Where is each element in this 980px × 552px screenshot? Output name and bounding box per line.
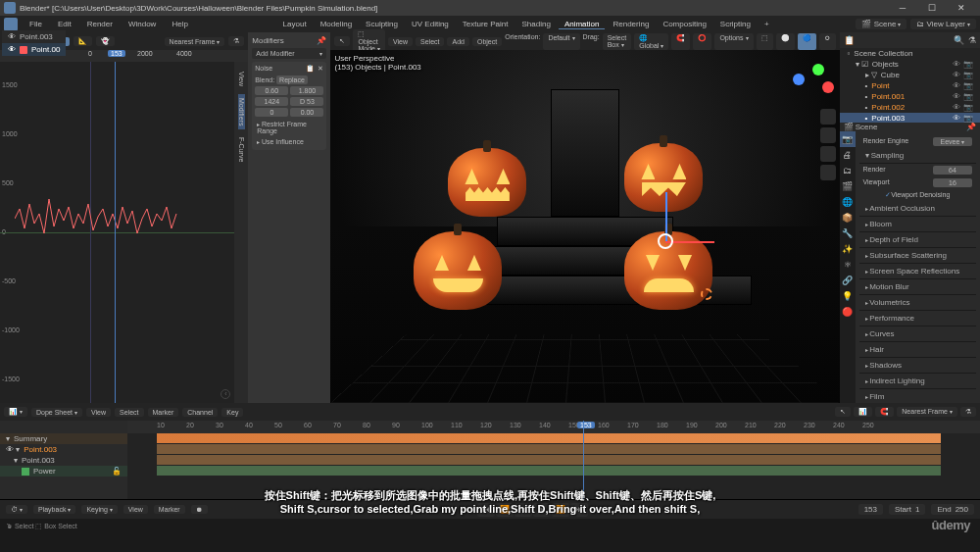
- restrict-frame-range[interactable]: Restrict Frame Range: [255, 119, 323, 136]
- nav-y-icon[interactable]: [812, 64, 824, 75]
- denoise-check[interactable]: Viewport Denoising: [859, 189, 976, 201]
- ws-modeling[interactable]: Modeling: [315, 20, 358, 29]
- play-reverse-button[interactable]: ◀: [514, 503, 532, 517]
- tab-view[interactable]: View: [238, 68, 245, 90]
- dope-menu-select[interactable]: Select: [115, 408, 143, 417]
- nav-x-icon[interactable]: [822, 81, 834, 93]
- snap-icon[interactable]: 🧲: [671, 33, 690, 50]
- engine-dropdown[interactable]: Eevee: [933, 137, 972, 146]
- point003-channel[interactable]: 👁 ▾ Point.003: [0, 444, 127, 455]
- vp-menu-select[interactable]: Select: [416, 37, 444, 46]
- nav-z-icon[interactable]: [793, 74, 805, 85]
- space-dropdown[interactable]: 🌐 Global: [634, 33, 668, 50]
- eye-icon[interactable]: 👁: [953, 114, 961, 123]
- sec-sss[interactable]: Subsurface Scattering: [859, 248, 976, 264]
- scene-tab-icon[interactable]: 🎬: [840, 178, 856, 194]
- dope-filter-icon[interactable]: ⚗: [960, 407, 976, 417]
- eye-icon[interactable]: 👁: [953, 60, 961, 69]
- render-icon[interactable]: 📷: [963, 81, 972, 90]
- constraint-tab-icon[interactable]: 🔗: [840, 273, 856, 288]
- sec-curves[interactable]: Curves: [859, 326, 976, 342]
- shading-solid-icon[interactable]: ⚪: [776, 33, 795, 50]
- sec-hair[interactable]: Hair: [859, 342, 976, 358]
- ws-texture[interactable]: Texture Paint: [457, 20, 514, 29]
- filter-icon[interactable]: ⚗: [968, 35, 976, 45]
- eye-icon[interactable]: 👁: [953, 103, 961, 112]
- graph-shapekey-icon[interactable]: 📐: [74, 36, 92, 46]
- mod-val-d[interactable]: D 53: [290, 97, 323, 106]
- use-influence[interactable]: Use Influence: [255, 136, 323, 147]
- tab-modifiers[interactable]: Modifiers: [238, 94, 245, 129]
- summary-channel[interactable]: ▾ Summary: [0, 433, 127, 444]
- menu-edit[interactable]: Edit: [50, 20, 79, 28]
- shading-material-icon[interactable]: 🔵: [798, 33, 816, 50]
- render-samples-field[interactable]: 64: [933, 166, 972, 175]
- sec-indirect[interactable]: Indirect Lighting: [859, 374, 976, 389]
- sec-bloom[interactable]: Bloom: [859, 217, 976, 232]
- pb-menu-view[interactable]: View: [123, 505, 148, 514]
- sec-performance[interactable]: Performance: [859, 311, 976, 326]
- eye-icon[interactable]: 👁: [8, 32, 16, 41]
- cursor-tool-icon[interactable]: ↖: [334, 36, 350, 46]
- ws-shading[interactable]: Shading: [516, 20, 557, 29]
- ws-layout[interactable]: Layout: [277, 20, 313, 29]
- playhead[interactable]: [115, 62, 116, 403]
- nav-gizmo[interactable]: [789, 56, 834, 101]
- cube-item[interactable]: ▸ ▽ Cube👁📷: [840, 70, 980, 80]
- sec-volumetrics[interactable]: Volumetrics: [859, 295, 976, 311]
- vp-menu-view[interactable]: View: [388, 37, 413, 46]
- point002-item[interactable]: • Point.002👁📷: [840, 102, 980, 113]
- snap-dropdown[interactable]: Nearest Frame: [165, 37, 225, 46]
- mod-val-c[interactable]: 1424: [255, 97, 288, 106]
- viewport-body[interactable]: User Perspective (153) Objects | Point.0…: [330, 50, 839, 403]
- ws-add[interactable]: +: [759, 20, 775, 29]
- scene-icon[interactable]: 🎬: [844, 123, 854, 131]
- vp-menu-add[interactable]: Add: [447, 37, 468, 46]
- dope-menu-marker[interactable]: Marker: [148, 408, 179, 417]
- dope-timeline[interactable]: 10 20 30 40 50 60 70 80 90 100 110 120 1…: [127, 421, 980, 499]
- auto-keying-icon[interactable]: ⏺: [191, 505, 208, 514]
- sampling-section[interactable]: ▾ Sampling: [859, 148, 976, 164]
- point003-action[interactable]: ▾ Point.003: [0, 455, 127, 466]
- add-modifier-dropdown[interactable]: Add Modifier: [252, 48, 326, 59]
- modifier-tab-icon[interactable]: 🔧: [840, 226, 856, 241]
- eye-icon[interactable]: 👁: [953, 92, 961, 101]
- lock-icon[interactable]: 🔓: [112, 467, 122, 476]
- pin-icon[interactable]: 📌: [317, 36, 326, 45]
- options-dropdown[interactable]: Options: [714, 33, 753, 50]
- graph-ghost-icon[interactable]: 👻: [96, 36, 115, 46]
- render-icon[interactable]: 📷: [963, 60, 972, 69]
- outliner-type-icon[interactable]: 📋: [844, 35, 855, 45]
- sec-motion[interactable]: Motion Blur: [859, 279, 976, 295]
- blend-mode-field[interactable]: Replace: [276, 75, 308, 84]
- dope-menu-channel[interactable]: Channel: [182, 408, 218, 417]
- blender-logo-icon[interactable]: [4, 18, 18, 31]
- channel-point00[interactable]: 👁 Point.00: [2, 43, 66, 56]
- search-icon[interactable]: 🔍: [954, 35, 964, 45]
- mod-delete-icon[interactable]: ✕: [318, 65, 323, 73]
- render-icon[interactable]: 📷: [963, 71, 972, 79]
- keying-dropdown[interactable]: Keying: [81, 505, 117, 514]
- play-button[interactable]: ▶: [533, 503, 551, 517]
- keyframe-prev-button[interactable]: ⏪: [496, 503, 514, 517]
- render-tab-icon[interactable]: 📷: [840, 131, 856, 147]
- scene-collection-item[interactable]: ▫ Scene Collection: [840, 48, 980, 59]
- viewlayer-tab-icon[interactable]: 🗂: [840, 163, 856, 178]
- pin-icon[interactable]: 📌: [966, 123, 976, 131]
- maximize-button[interactable]: ☐: [917, 0, 947, 16]
- move-view-icon[interactable]: [820, 127, 836, 143]
- keyframe-next-button[interactable]: ⏩: [552, 503, 569, 517]
- menu-window[interactable]: Window: [121, 20, 164, 28]
- close-button[interactable]: ✕: [947, 0, 976, 16]
- sec-ssr[interactable]: Screen Space Reflections: [859, 264, 976, 279]
- timeline-icon[interactable]: ⏱: [6, 505, 27, 514]
- region-toggle[interactable]: ‹: [220, 389, 230, 399]
- point003-keyframes[interactable]: [157, 444, 941, 454]
- frame-ruler[interactable]: 10 20 30 40 50 60 70 80 90 100 110 120 1…: [127, 421, 980, 433]
- start-frame-field[interactable]: Start 1: [889, 504, 925, 515]
- dope-snap-dropdown[interactable]: Nearest Frame: [897, 407, 957, 417]
- render-icon[interactable]: 📷: [963, 114, 972, 123]
- eye-icon[interactable]: 👁: [8, 45, 16, 54]
- world-tab-icon[interactable]: 🌐: [840, 194, 856, 210]
- ws-sculpting[interactable]: Sculpting: [360, 20, 404, 29]
